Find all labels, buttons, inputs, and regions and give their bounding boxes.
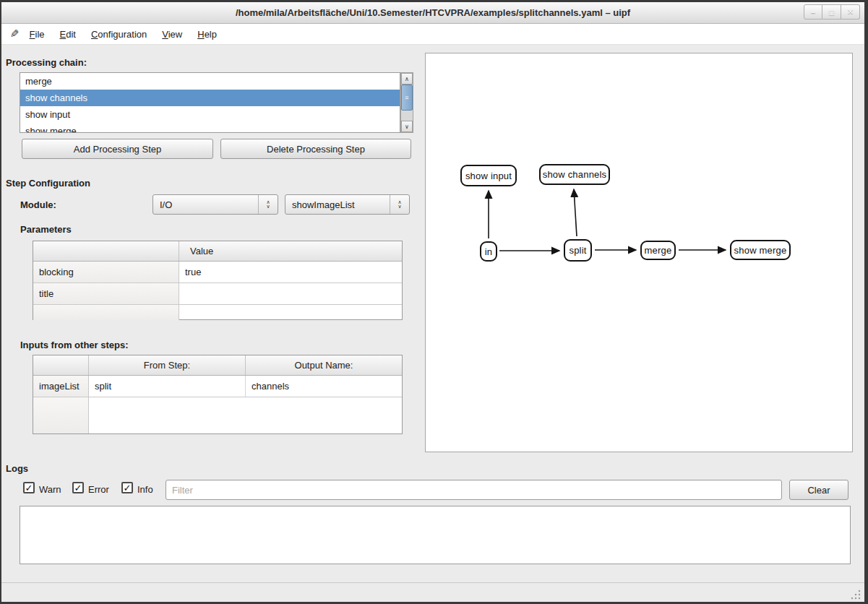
table-row: blocking true [33,262,402,283]
maximize-icon: □ [829,8,834,17]
graph-node-merge[interactable]: merge [640,241,676,260]
table-row: title [33,283,402,305]
parameters-label: Parameters [20,224,72,235]
menu-bar: ✎ File Edit Configuration View Help [1,24,864,45]
output-name-header: Output Name: [246,355,402,375]
combo-spinner: ∧ ∨ [258,195,278,214]
parameters-table: Value blocking true title [33,241,403,320]
chevron-down-icon: ∨ [398,204,401,209]
graph-node-in[interactable]: in [480,241,497,262]
check-icon: ✓ [25,483,33,493]
pipeline-graph-panel: show input show channels in split merge … [425,53,853,452]
chevron-down-icon: ∨ [266,204,270,209]
module-category-select[interactable]: I/O ∧ ∨ [152,194,278,215]
module-category-value: I/O [153,199,258,210]
chevron-up-icon: ∧ [405,76,409,82]
empty-cell [89,397,402,433]
info-checkbox-label: Info [137,484,153,495]
log-output[interactable] [20,506,851,564]
menu-file[interactable]: File [30,29,45,40]
check-icon: ✓ [124,483,132,493]
scrollbar-thumb[interactable]: ≡ [401,85,413,111]
graph-node-show-input[interactable]: show input [460,165,517,186]
minimize-icon: – [811,8,815,17]
chain-list-scrollbar[interactable]: ∧ ≡ ∨ [400,72,413,133]
from-step-header: From Step: [89,355,246,375]
menu-view[interactable]: View [162,29,182,40]
warn-checkbox[interactable]: ✓ [23,482,35,493]
param-name-cell [33,305,179,320]
param-value-cell[interactable]: true [179,262,402,282]
parameters-table-header: Value [33,241,402,262]
statusbar-divider [1,582,864,583]
minimize-button[interactable]: – [804,4,822,20]
processing-chain-list: merge show channels show input show merg… [20,72,400,133]
step-configuration-label: Step Configuration [6,178,90,189]
app-window: /home/mila/Arbeitsfläche/Uni/10.Semester… [0,0,868,604]
delete-processing-step-button[interactable]: Delete Processing Step [220,139,411,159]
input-name-cell: imageList [33,376,89,397]
scroll-down-button[interactable]: ∨ [401,121,413,132]
param-name-cell: blocking [33,262,179,282]
pencil-icon: ✎ [10,27,20,40]
graph-node-show-channels[interactable]: show channels [539,164,610,185]
list-item-show-input[interactable]: show input [20,106,400,123]
resize-grip-icon[interactable] [850,588,861,600]
list-item-show-merge[interactable]: show merge [20,123,400,133]
info-checkbox[interactable]: ✓ [121,482,133,493]
input-name-header [33,355,89,375]
param-value-header: Value [179,241,402,261]
param-value-cell [179,305,402,320]
menu-configuration[interactable]: Configuration [91,29,147,40]
list-item-merge[interactable]: merge [20,73,400,90]
module-label: Module: [20,199,56,210]
logs-label: Logs [6,463,28,474]
maximize-button[interactable]: □ [822,4,841,20]
combo-spinner: ∧ ∨ [390,195,409,214]
graph-node-split[interactable]: split [564,239,592,262]
table-row [33,397,402,433]
title-bar: /home/mila/Arbeitsfläche/Uni/10.Semester… [1,2,864,24]
module-name-select[interactable]: showImageList ∧ ∨ [285,194,410,215]
menu-help[interactable]: Help [197,29,217,40]
inputs-table-header: From Step: Output Name: [33,355,402,376]
input-name-cell [33,397,89,433]
chevron-down-icon: ∨ [405,124,409,130]
module-name-value: showImageList [285,199,390,210]
log-filter-input[interactable] [166,480,782,500]
close-button[interactable]: ✕ [841,4,860,20]
grip-icon: ≡ [405,94,408,101]
from-step-cell[interactable]: split [89,376,246,397]
inputs-label: Inputs from other steps: [20,340,129,350]
clear-logs-button[interactable]: Clear [789,480,848,500]
table-row: imageList split channels [33,376,402,397]
window-title: /home/mila/Arbeitsfläche/Uni/10.Semester… [236,7,630,18]
main-area: Processing chain: merge show channels sh… [1,45,864,602]
menu-edit[interactable]: Edit [60,29,76,40]
window-controls: – □ ✕ [804,4,860,20]
scroll-up-button[interactable]: ∧ [401,73,413,85]
close-icon: ✕ [847,7,854,17]
param-value-cell[interactable] [179,283,402,304]
param-name-header [33,241,179,261]
output-name-cell[interactable]: channels [246,376,402,397]
param-name-cell: title [33,283,179,304]
list-item-show-channels[interactable]: show channels [20,90,400,106]
error-checkbox[interactable]: ✓ [72,482,84,493]
add-processing-step-button[interactable]: Add Processing Step [22,139,213,159]
inputs-table: From Step: Output Name: imageList split … [33,355,403,434]
table-row [33,305,402,320]
processing-chain-label: Processing chain: [6,57,87,68]
error-checkbox-label: Error [88,484,109,495]
warn-checkbox-label: Warn [39,484,61,495]
graph-node-show-merge[interactable]: show merge [730,240,791,260]
check-icon: ✓ [74,483,82,493]
